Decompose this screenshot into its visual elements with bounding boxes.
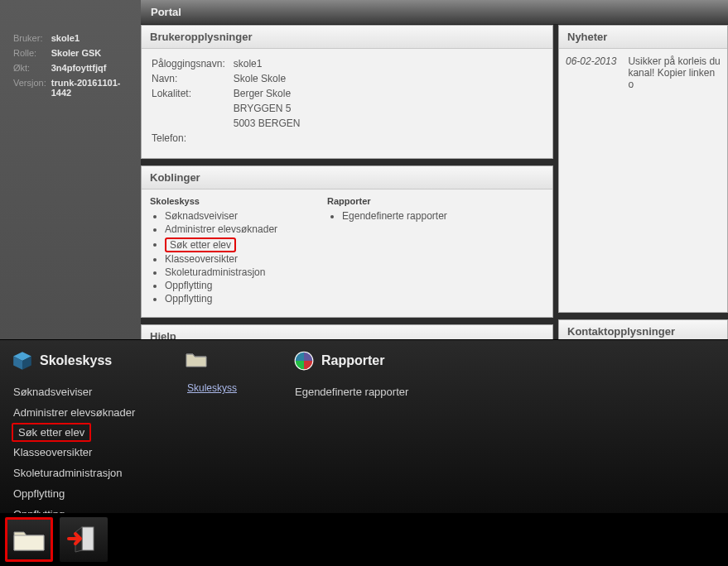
flyout-skuleskyss-link[interactable]: Skuleskyss — [186, 378, 260, 398]
skoleskyss-list: Søknadsveiviser Administrer elevsøknader… — [150, 209, 277, 305]
paloggingsnavn-label: Påloggingsnavn: — [152, 57, 232, 70]
rapporter-header: Rapporter — [327, 196, 447, 206]
link-administrer[interactable]: Administrer elevsøknader — [165, 223, 277, 236]
folder-small-icon — [186, 350, 207, 372]
flyout-oppflytting-1[interactable]: Oppflytting — [12, 483, 152, 504]
lokalitet-line2: BRYGGEN 5 — [234, 102, 307, 115]
folder-icon — [12, 525, 46, 554]
session-sidebar: Bruker: skole1 Rolle: Skoler GSK Økt: 3n… — [0, 0, 141, 339]
rolle-value: Skoler GSK — [51, 46, 134, 60]
versjon-value: trunk-20161101-1442 — [51, 76, 134, 99]
lokalitet-label: Lokalitet: — [152, 87, 232, 100]
link-klasseoversikter[interactable]: Klasseoversikter — [165, 252, 277, 266]
flyout-soknadsveiviser[interactable]: Søknadsveiviser — [12, 381, 152, 402]
paloggingsnavn-value: skole1 — [234, 57, 307, 70]
main-area: Portal Brukeropplysninger Påloggingsnavn… — [141, 0, 728, 389]
okt-value: 3n4pfoyttfjqf — [51, 61, 134, 74]
cube-icon — [12, 350, 33, 372]
lokalitet-line3: 5003 BERGEN — [234, 117, 307, 130]
nyheter-panel: Nyheter 06-02-2013 Usikker på korleis du… — [558, 25, 728, 313]
exit-button[interactable] — [60, 517, 108, 562]
telefon-label: Telefon: — [152, 132, 232, 145]
flyout-klasseoversikter[interactable]: Klasseoversikter — [12, 442, 152, 463]
flyout-sok-etter-elev[interactable]: Søk etter elev — [12, 423, 91, 442]
link-oppflytting-1[interactable]: Oppflytting — [165, 279, 277, 292]
link-egendefinerte-rapporter[interactable]: Egendefinerte rapporter — [342, 209, 447, 223]
start-menu-button[interactable] — [5, 517, 53, 562]
link-skoleturadmin[interactable]: Skoleturadministrasjon — [165, 266, 277, 279]
svg-rect-5 — [82, 527, 94, 550]
news-text: Usikker på korleis du kanal! Kopier link… — [628, 55, 721, 90]
navn-value: Skole Skole — [234, 72, 307, 85]
start-menu-flyout: Skoleskyss Søknadsveiviser Administrer e… — [0, 339, 728, 513]
flyout-rapporter-title: Rapporter — [321, 353, 384, 368]
rolle-label: Rolle: — [13, 46, 50, 60]
flyout-skoleskyss-col: Skoleskyss Søknadsveiviser Administrer e… — [12, 350, 152, 503]
flyout-egendefinerte[interactable]: Egendefinerte rapporter — [293, 381, 434, 402]
skoleskyss-header: Skoleskyss — [150, 196, 277, 206]
flyout-skoleskyss-title: Skoleskyss — [40, 353, 112, 368]
link-sok-etter-elev[interactable]: Søk etter elev — [165, 236, 277, 252]
link-soknadsveiviser[interactable]: Søknadsveiviser — [165, 209, 277, 223]
versjon-label: Versjon: — [13, 76, 50, 99]
globe-icon — [293, 350, 315, 372]
koblinger-panel: Koblinger Skoleskyss Søknadsveiviser Adm… — [141, 165, 553, 318]
brukeropplysninger-panel: Brukeropplysninger Påloggingsnavn: skole… — [141, 25, 553, 159]
lokalitet-line1: Berger Skole — [234, 87, 307, 100]
flyout-skuleskyss-col: Skuleskyss — [186, 350, 260, 503]
okt-label: Økt: — [13, 61, 50, 74]
news-row: 06-02-2013 Usikker på korleis du kanal! … — [561, 52, 726, 94]
taskbar — [0, 513, 728, 566]
link-oppflytting-2[interactable]: Oppflytting — [165, 292, 277, 305]
bruker-value: skole1 — [51, 31, 134, 45]
navn-label: Navn: — [152, 72, 232, 85]
flyout-rapporter-col: Rapporter Egendefinerte rapporter — [293, 350, 434, 503]
news-date: 06-02-2013 — [566, 55, 616, 90]
portal-header: Portal — [141, 0, 728, 25]
exit-icon — [67, 524, 100, 556]
flyout-skoleturadmin[interactable]: Skoleturadministrasjon — [12, 463, 152, 483]
nyheter-title: Nyheter — [559, 26, 727, 49]
bruker-label: Bruker: — [13, 31, 50, 45]
koblinger-title: Koblinger — [142, 166, 552, 189]
brukeropplysninger-title: Brukeropplysninger — [142, 26, 552, 49]
rapporter-list: Egendefinerte rapporter — [327, 209, 447, 223]
flyout-administrer[interactable]: Administrer elevsøknader — [12, 402, 152, 423]
